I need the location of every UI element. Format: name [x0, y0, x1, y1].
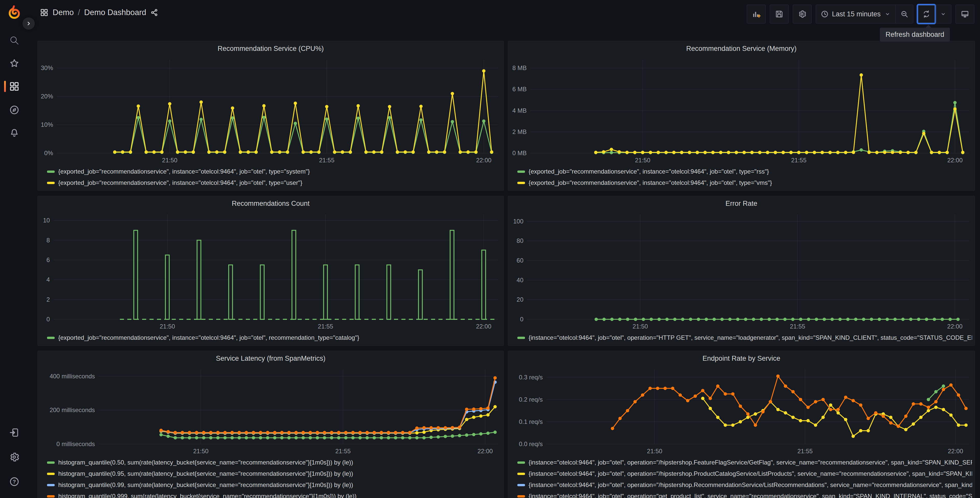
- svg-text:22:00: 22:00: [948, 448, 963, 455]
- save-icon: [775, 10, 784, 18]
- sidebar-item-help[interactable]: ?: [0, 472, 29, 491]
- sidebar-item-alerting[interactable]: [0, 124, 29, 142]
- time-series-chart[interactable]: 21:5021:5522:000 MB2 MB4 MB6 MB8 MB: [508, 56, 975, 165]
- legend-label: {instance="otelcol:9464", job="otel", op…: [528, 493, 972, 498]
- time-series-chart[interactable]: 21:5021:5522:000%10%20%30%: [38, 56, 504, 165]
- legend-swatch: [517, 337, 525, 339]
- search-icon: [9, 35, 20, 46]
- legend-swatch: [517, 484, 525, 486]
- legend-item[interactable]: {exported_job="recommendationservice", i…: [47, 166, 501, 177]
- svg-text:21:55: 21:55: [791, 157, 807, 164]
- panel-title[interactable]: Service Latency (from SpanMetrics): [38, 351, 504, 366]
- breadcrumb-separator: /: [78, 8, 80, 17]
- time-series-chart[interactable]: 21:5021:5522:000 milliseconds200 millise…: [38, 366, 504, 456]
- tooltip-arrow: [925, 25, 931, 28]
- panel-title[interactable]: Endpoint Rate by Service: [508, 351, 975, 366]
- refresh-interval-dropdown[interactable]: [935, 5, 951, 23]
- svg-text:21:55: 21:55: [318, 323, 333, 330]
- star-icon: [9, 58, 20, 69]
- dashboard-settings-button[interactable]: [793, 5, 811, 24]
- legend-item[interactable]: {instance="otelcol:9464", job="otel", op…: [517, 332, 972, 343]
- share-icon[interactable]: [150, 8, 158, 17]
- legend-swatch: [47, 484, 55, 486]
- time-picker-group: Last 15 minutes: [816, 5, 913, 24]
- apps-grid-icon: [40, 8, 49, 17]
- legend: {instance="otelcol:9464", job="otel", op…: [508, 332, 975, 345]
- svg-text:22:00: 22:00: [947, 323, 963, 330]
- legend-item[interactable]: histogram_quantile(0.95, sum(rate(latenc…: [47, 468, 501, 479]
- kiosk-monitor-icon: [961, 10, 969, 18]
- legend-item[interactable]: {exported_job="recommendationservice", i…: [47, 177, 501, 188]
- kiosk-mode-button[interactable]: [956, 5, 974, 24]
- legend-label: histogram_quantile(0.95, sum(rate(latenc…: [58, 470, 353, 477]
- time-series-chart[interactable]: 21:5021:5522:000246810: [38, 211, 504, 332]
- svg-text:4: 4: [46, 276, 50, 283]
- svg-text:21:55: 21:55: [797, 448, 813, 455]
- legend-swatch: [517, 171, 525, 173]
- legend-item[interactable]: {instance="otelcol:9464", job="otel", op…: [517, 491, 972, 498]
- breadcrumb-dashboard[interactable]: Demo Dashboard: [84, 8, 146, 17]
- breadcrumb: Demo / Demo Dashboard: [40, 8, 158, 17]
- legend-swatch: [47, 171, 55, 173]
- panel-title[interactable]: Error Rate: [508, 196, 975, 211]
- svg-text:100: 100: [513, 218, 523, 225]
- legend-item[interactable]: {exported_job="recommendationservice", i…: [47, 332, 501, 343]
- svg-text:60: 60: [517, 257, 523, 264]
- sidebar-item-starred[interactable]: [0, 54, 29, 73]
- svg-text:40: 40: [517, 277, 523, 284]
- time-range-picker[interactable]: Last 15 minutes: [816, 5, 896, 23]
- svg-text:0: 0: [46, 316, 50, 322]
- legend-label: {instance="otelcol:9464", job="otel", op…: [528, 470, 972, 477]
- sidebar-item-explore[interactable]: [0, 101, 29, 119]
- panel-title[interactable]: Recommendation Service (Memory): [508, 41, 975, 56]
- legend-item[interactable]: histogram_quantile(0.999, sum(rate(laten…: [47, 491, 501, 498]
- legend-swatch: [517, 473, 525, 475]
- svg-text:6: 6: [46, 256, 50, 263]
- sidebar-item-sign-in[interactable]: [0, 423, 29, 442]
- svg-text:21:55: 21:55: [319, 157, 334, 164]
- svg-text:0.1 req/s: 0.1 req/s: [519, 418, 542, 425]
- sidebar-item-search[interactable]: [0, 31, 29, 49]
- sidebar-item-dashboards[interactable]: [0, 77, 29, 96]
- refresh-group: [917, 5, 951, 24]
- time-series-chart[interactable]: 21:5021:5522:00020406080100: [508, 211, 975, 332]
- legend-label: histogram_quantile(0.99, sum(rate(latenc…: [58, 481, 353, 488]
- panel-title[interactable]: Recommendation Service (CPU%): [38, 41, 504, 56]
- legend-swatch: [47, 473, 55, 475]
- svg-text:0.0 req/s: 0.0 req/s: [519, 441, 542, 447]
- time-series-chart[interactable]: 21:5021:5522:000.0 req/s0.1 req/s0.2 req…: [508, 366, 975, 456]
- legend: histogram_quantile(0.50, sum(rate(latenc…: [38, 456, 504, 498]
- chevron-down-icon: [884, 11, 891, 18]
- legend-swatch: [47, 337, 55, 339]
- legend: {exported_job="recommendationservice", i…: [38, 332, 504, 345]
- alerting-bell-icon: [9, 128, 20, 138]
- legend-item[interactable]: {exported_job="recommendationservice", i…: [517, 166, 972, 177]
- panel-title[interactable]: Recommendations Count: [38, 196, 504, 211]
- sign-in-icon: [9, 427, 20, 438]
- legend-swatch: [517, 495, 525, 498]
- legend-item[interactable]: histogram_quantile(0.50, sum(rate(latenc…: [47, 457, 501, 468]
- save-dashboard-button[interactable]: [770, 5, 789, 24]
- legend-swatch: [47, 182, 55, 184]
- refresh-dashboard-button[interactable]: [918, 5, 935, 23]
- legend: {exported_job="recommendationservice", i…: [38, 165, 504, 190]
- svg-text:0.3 req/s: 0.3 req/s: [519, 374, 542, 381]
- sidebar-item-settings[interactable]: [0, 448, 29, 466]
- grafana-logo-icon[interactable]: [6, 5, 22, 21]
- legend-item[interactable]: {instance="otelcol:9464", job="otel", op…: [517, 457, 972, 468]
- tooltip-text: Refresh dashboard: [886, 31, 944, 38]
- legend-label: {exported_job="recommendationservice", i…: [528, 179, 772, 186]
- svg-text:21:50: 21:50: [647, 448, 662, 455]
- svg-text:21:55: 21:55: [336, 448, 351, 455]
- add-panel-button[interactable]: [747, 5, 766, 24]
- svg-text:22:00: 22:00: [947, 157, 963, 164]
- legend-item[interactable]: {instance="otelcol:9464", job="otel", op…: [517, 479, 972, 491]
- breadcrumb-folder[interactable]: Demo: [52, 8, 74, 17]
- legend-item[interactable]: {instance="otelcol:9464", job="otel", op…: [517, 468, 972, 479]
- legend-item[interactable]: histogram_quantile(0.99, sum(rate(latenc…: [47, 479, 501, 491]
- add-panel-icon: [752, 10, 760, 18]
- legend-item[interactable]: {exported_job="recommendationservice", i…: [517, 177, 972, 188]
- zoom-out-button[interactable]: [896, 5, 913, 23]
- settings-gear-icon: [9, 452, 20, 463]
- expand-sidebar-button[interactable]: [22, 18, 35, 30]
